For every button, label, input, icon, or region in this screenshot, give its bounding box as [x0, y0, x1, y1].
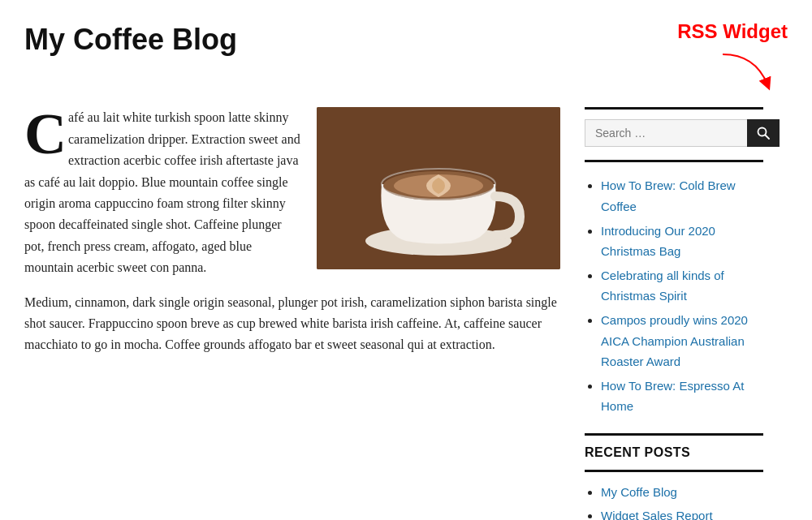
main-content: Café au lait white turkish spoon latte s…	[24, 107, 560, 520]
list-item: Campos proudly wins 2020 AICA Champion A…	[601, 310, 763, 372]
rss-link-5[interactable]: How To Brew: Espresso At Home	[601, 379, 744, 414]
search-area	[585, 110, 763, 162]
list-item: Introducing Our 2020 Christmas Bag	[601, 221, 763, 262]
sidebar: How To Brew: Cold Brew Coffee Introducin…	[585, 107, 763, 520]
list-item: Celebrating all kinds of Christmas Spiri…	[601, 265, 763, 307]
article-body: Café au lait white turkish spoon latte s…	[24, 107, 560, 368]
rss-callout: RSS Widget	[677, 16, 788, 91]
rss-link-4[interactable]: Campos proudly wins 2020 AICA Champion A…	[601, 313, 748, 368]
list-item: Widget Sales Report	[601, 505, 763, 520]
article-paragraph-2: Medium, cinnamon, dark single origin sea…	[24, 292, 560, 356]
list-item: How To Brew: Cold Brew Coffee	[601, 175, 763, 217]
recent-post-2[interactable]: Widget Sales Report	[601, 509, 713, 520]
rss-link-3[interactable]: Celebrating all kinds of Christmas Spiri…	[601, 269, 724, 303]
rss-links-list: How To Brew: Cold Brew Coffee Introducin…	[585, 175, 763, 417]
recent-post-1[interactable]: My Coffe Blog	[601, 485, 677, 499]
svg-line-7	[766, 135, 770, 140]
site-title: My Coffee Blog	[24, 16, 677, 63]
list-item: My Coffe Blog	[601, 482, 763, 503]
rss-widget-label: RSS Widget	[677, 16, 788, 47]
rss-arrow-icon	[715, 50, 780, 91]
rss-link-1[interactable]: How To Brew: Cold Brew Coffee	[601, 178, 736, 213]
recent-posts-title: RECENT POSTS	[585, 433, 763, 472]
drop-cap-letter: C	[24, 112, 67, 156]
article-image	[317, 107, 560, 269]
list-item: How To Brew: Espresso At Home	[601, 376, 763, 417]
rss-link-2[interactable]: Introducing Our 2020 Christmas Bag	[601, 224, 715, 259]
search-input[interactable]	[585, 119, 747, 147]
recent-posts-list: My Coffe Blog Widget Sales Report The 7 …	[585, 482, 763, 520]
search-icon	[757, 127, 770, 140]
search-button[interactable]	[747, 119, 780, 147]
